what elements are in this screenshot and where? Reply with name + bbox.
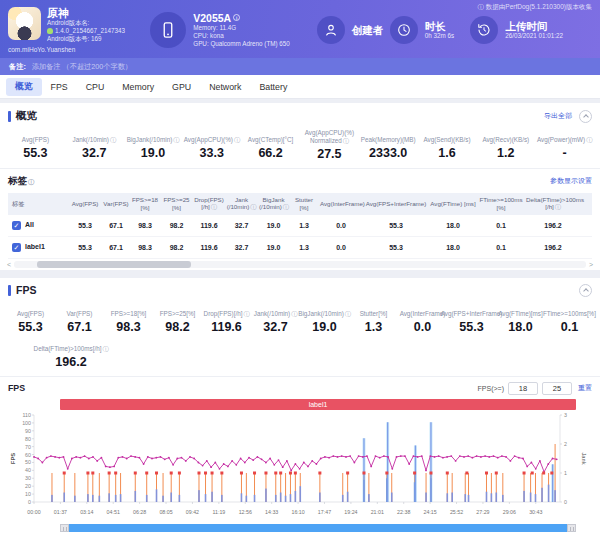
table-cell: 67.1	[102, 236, 130, 258]
stat-value: 32.7	[65, 146, 124, 160]
export-all-link[interactable]: 导出全部	[544, 111, 572, 121]
stat: Delta(FTime)>100ms[/h]ⓘ196.2	[6, 338, 136, 369]
tab-Battery[interactable]: Battery	[250, 79, 296, 95]
table-cell: 18.0	[429, 236, 477, 258]
overview-collapse-button[interactable]	[579, 110, 592, 123]
svg-text:90: 90	[25, 428, 31, 434]
fps-max-input[interactable]	[542, 382, 572, 395]
info-icon: ⓘ	[291, 311, 297, 317]
tab-GPU[interactable]: GPU	[163, 79, 200, 95]
stat: Avg(Recv)(KB/s)1.2	[476, 129, 535, 161]
stat-label: Avg(FPS+InterFrame)	[447, 303, 496, 318]
table-cell: 19.0	[258, 236, 289, 258]
info-icon: ⓘ	[586, 137, 592, 143]
scroll-right-arrow[interactable]: >	[586, 260, 596, 270]
info-icon: ⓘ	[243, 311, 249, 317]
table-cell: 1.3	[289, 236, 319, 258]
table-cell: 196.2	[525, 236, 581, 258]
svg-text:11:19: 11:19	[212, 509, 225, 515]
range-fill[interactable]	[69, 524, 567, 532]
device-circle	[150, 12, 186, 48]
svg-text:19:24: 19:24	[344, 509, 357, 515]
stat-label: Avg(FPS)	[6, 303, 55, 318]
table-cell: 55.3	[363, 236, 429, 258]
tab-CPU[interactable]: CPU	[77, 79, 114, 95]
fps-min-input[interactable]	[508, 382, 538, 395]
remark-label: 备注:	[9, 62, 26, 72]
duration-label: 时长	[425, 20, 454, 32]
upload-label: 上传时间	[505, 20, 563, 32]
tab-Network[interactable]: Network	[200, 79, 250, 95]
table-hscrollbar[interactable]: < >	[4, 260, 596, 270]
stat: BigJank(/10min)ⓘ19.0	[300, 303, 349, 334]
stat-value: 1.3	[349, 320, 398, 334]
stat-label: Delta(FTime)>100ms[/h]ⓘ	[6, 338, 136, 353]
stat-label: Avg(AppCPU)(%)ⓘ	[182, 129, 241, 144]
stat: Avg(InterFrame)0.0	[398, 303, 447, 334]
svg-text:25:52: 25:52	[450, 509, 463, 515]
remark-bar[interactable]: 备注: 添加备注 （不超过200个字数）	[0, 58, 600, 75]
table-row: ✓label155.367.198.398.2119.632.719.01.30…	[8, 236, 592, 258]
checkbox[interactable]: ✓	[12, 243, 21, 252]
svg-text:12:56: 12:56	[239, 509, 252, 515]
app-icon	[8, 7, 41, 40]
svg-text:60: 60	[25, 452, 31, 458]
table-header-row: 标签Avg(FPS)Var(FPS)FPS>=18 [%]FPS>=25 [%]…	[8, 193, 592, 215]
column-header: Stutter [%]	[289, 193, 319, 215]
stat: Jank(/10min)ⓘ32.7	[251, 303, 300, 334]
fps-stats-row: Avg(FPS)55.3Var(FPS)67.1FPS>=18[%]98.3FP…	[0, 297, 600, 341]
stat-value: 196.2	[6, 355, 136, 369]
section-accent	[8, 111, 11, 122]
scroll-track[interactable]	[14, 261, 586, 268]
report-header: ⓘ 数据由PerfDog(5.1.210300)版本收集 原神 Android版…	[0, 0, 600, 58]
table-cell: 18.0	[429, 215, 477, 237]
labels-title: 标签ⓘ	[8, 175, 34, 188]
param-settings-link[interactable]: 参数显示设置	[550, 176, 592, 186]
info-icon: ⓘ	[211, 204, 217, 210]
stat-value: 27.5	[300, 147, 359, 161]
duration-circle	[390, 16, 418, 44]
stat-label: Drop(FPS)[/h]ⓘ	[202, 303, 251, 318]
tab-概览[interactable]: 概览	[6, 78, 42, 96]
stat-value: 55.3	[447, 320, 496, 334]
table-cell: 0.0	[319, 236, 363, 258]
table-cell: 32.7	[225, 236, 258, 258]
stat-value: 18.0	[496, 320, 545, 334]
chart-range-scrollbar[interactable]	[60, 524, 576, 532]
device-name: V2055Ai	[193, 12, 290, 24]
labels-table-wrap: 标签Avg(FPS)Var(FPS)FPS>=18 [%]FPS>=25 [%]…	[8, 193, 592, 259]
scroll-left-arrow[interactable]: <	[4, 260, 14, 270]
table-cell: 32.7	[225, 215, 258, 237]
stat-label: Avg(Send)(KB/s)	[418, 129, 477, 144]
clock-icon	[396, 22, 412, 38]
stat: FPS>=25[%]98.2	[153, 303, 202, 334]
device-info-icon[interactable]: i	[233, 14, 240, 21]
upload-circle	[470, 16, 498, 44]
range-right-handle[interactable]	[567, 524, 576, 532]
fps-collapse-button[interactable]	[579, 284, 592, 297]
tab-Memory[interactable]: Memory	[113, 79, 163, 95]
svg-text:FPS: FPS	[10, 453, 16, 464]
stat: FTime>=100ms[%]0.1	[545, 303, 594, 334]
range-left-handle[interactable]	[60, 524, 69, 532]
perfdog-version-note: ⓘ 数据由PerfDog(5.1.210300)版本收集	[477, 3, 592, 12]
svg-text:0: 0	[28, 499, 31, 505]
svg-text:10: 10	[25, 491, 31, 497]
scroll-thumb[interactable]	[37, 261, 191, 268]
duration-value: 0h 32m 6s	[425, 32, 454, 40]
table-cell: 98.3	[130, 215, 160, 237]
app-package: com.miHoYo.Yuanshen	[8, 46, 150, 53]
tab-FPS[interactable]: FPS	[42, 79, 77, 95]
stat: FPS>=18[%]98.3	[104, 303, 153, 334]
history-clock-icon	[476, 22, 492, 38]
column-header: Drop(FPS) [/h]ⓘ	[193, 193, 225, 215]
stat-value: 1.6	[418, 146, 477, 160]
svg-text:04:51: 04:51	[107, 509, 120, 515]
checkbox[interactable]: ✓	[12, 221, 21, 230]
fps-card: FPS Avg(FPS)55.3Var(FPS)67.1FPS>=18[%]98…	[0, 278, 600, 533]
stat-value: 19.0	[300, 320, 349, 334]
chevron-up-icon	[583, 289, 589, 295]
reset-link[interactable]: 重置	[578, 383, 592, 393]
svg-text:1: 1	[564, 470, 567, 476]
fps-chart[interactable]: 01020304050607080901001100123FPSJank00:0…	[8, 410, 592, 524]
